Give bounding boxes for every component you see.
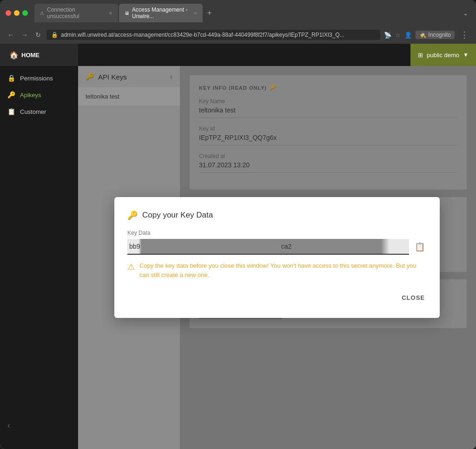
forward-button[interactable]: → (20, 30, 30, 40)
modal-close-button[interactable]: CLOSE (400, 291, 427, 305)
bookmark-icon[interactable]: ☆ (395, 32, 401, 39)
sidebar-item-customer-label: Customer (20, 108, 46, 115)
permissions-icon: 🔒 (7, 74, 15, 82)
browser-action-icons: 📡 ☆ 👤 (384, 32, 412, 39)
sidebar-item-permissions-label: Permissions (20, 75, 53, 82)
window-controls[interactable]: ⌄ (461, 9, 470, 17)
warning-icon: ⚠ (127, 262, 135, 272)
tab-connection[interactable]: ⚠ Connection unsuccessful ✕ (34, 4, 118, 22)
address-bar-row: ← → ↻ 🔒 admin.wifi.unwired.at/access-man… (0, 26, 476, 44)
close-traffic-light[interactable] (6, 10, 11, 16)
tab-label-access: Access Management - Unwire... (132, 7, 191, 20)
top-nav: 🏠 HOME ⊞ public demo ▼ (0, 44, 476, 66)
title-bar: ⚠ Connection unsuccessful ✕ 🖥 Access Man… (0, 0, 476, 26)
minimize-traffic-light[interactable] (14, 10, 20, 16)
sidebar-item-permissions[interactable]: 🔒 Permissions (0, 70, 78, 86)
sidebar: 🔒 Permissions 🔑 Apikeys 📋 Customer ‹ (0, 66, 78, 449)
back-button[interactable]: ← (6, 30, 16, 40)
warning-text: Copy the key data before you close this … (139, 261, 427, 279)
new-tab-button[interactable]: + (204, 7, 215, 19)
profile-icon[interactable]: 👤 (404, 32, 412, 39)
key-data-label: Key Data (127, 230, 427, 236)
org-grid-icon: ⊞ (418, 52, 423, 59)
modal-footer: CLOSE (127, 291, 427, 305)
warning-row: ⚠ Copy the key data before you close thi… (127, 261, 427, 279)
modal-title: Copy your Key Data (142, 211, 213, 220)
app: 🏠 HOME ⊞ public demo ▼ 🔒 Permissions 🔑 A… (0, 44, 476, 449)
home-icon: 🏠 (9, 51, 19, 59)
tab-close-connection[interactable]: ✕ (109, 11, 112, 16)
address-bar[interactable]: 🔒 admin.wifi.unwired.at/access-managemen… (46, 30, 380, 40)
modal-title-row: 🔑 Copy your Key Data (127, 210, 427, 220)
menu-button[interactable]: ⋮ (458, 29, 470, 41)
copy-to-clipboard-button[interactable]: 📋 (413, 240, 427, 254)
org-selector[interactable]: ⊞ public demo ▼ (410, 44, 476, 66)
apikeys-icon: 🔑 (7, 91, 15, 99)
tab-access-management[interactable]: 🖥 Access Management - Unwire... ✕ (119, 4, 203, 22)
home-label: HOME (21, 52, 40, 59)
copy-icon: 📋 (415, 242, 425, 251)
tab-close-access[interactable]: ✕ (193, 11, 197, 16)
content-wrapper: 🔑 API Keys ‹ teltonika test KEY INFO (RE… (78, 66, 476, 449)
sidebar-item-apikeys-label: Apikeys (20, 92, 41, 99)
sidebar-item-customer[interactable]: 📋 Customer (0, 103, 78, 120)
org-dropdown-icon: ▼ (463, 52, 469, 58)
incognito-badge: 🕵 Incognito (416, 31, 455, 39)
incognito-icon: 🕵 (419, 32, 426, 38)
cast-icon[interactable]: 📡 (384, 32, 391, 39)
key-data-input-row: 📋 (127, 239, 427, 255)
traffic-lights (6, 10, 28, 16)
modal-overlay: 🔑 Copy your Key Data Key Data 📋 ⚠ (78, 66, 476, 449)
sidebar-item-apikeys[interactable]: 🔑 Apikeys (0, 86, 78, 103)
browser-tabs: ⚠ Connection unsuccessful ✕ 🖥 Access Man… (34, 4, 458, 22)
maximize-traffic-light[interactable] (22, 10, 28, 16)
copy-key-modal: 🔑 Copy your Key Data Key Data 📋 ⚠ (114, 197, 440, 318)
org-label: public demo (427, 52, 459, 59)
customer-icon: 📋 (7, 108, 15, 115)
tab-favicon-access: 🖥 (125, 11, 129, 16)
address-text: admin.wifi.unwired.at/access-management/… (61, 32, 376, 38)
reload-button[interactable]: ↻ (33, 30, 43, 40)
main-content: 🔒 Permissions 🔑 Apikeys 📋 Customer ‹ (0, 66, 476, 449)
key-data-input[interactable] (127, 239, 409, 255)
incognito-label: Incognito (428, 32, 451, 38)
tab-label-connection: Connection unsuccessful (47, 7, 106, 20)
lock-icon: 🔒 (51, 32, 58, 38)
tab-favicon-connection: ⚠ (40, 11, 44, 16)
sidebar-collapse-button[interactable]: ‹ (7, 421, 10, 430)
modal-key-icon: 🔑 (127, 210, 138, 220)
home-button[interactable]: 🏠 HOME (0, 44, 78, 66)
